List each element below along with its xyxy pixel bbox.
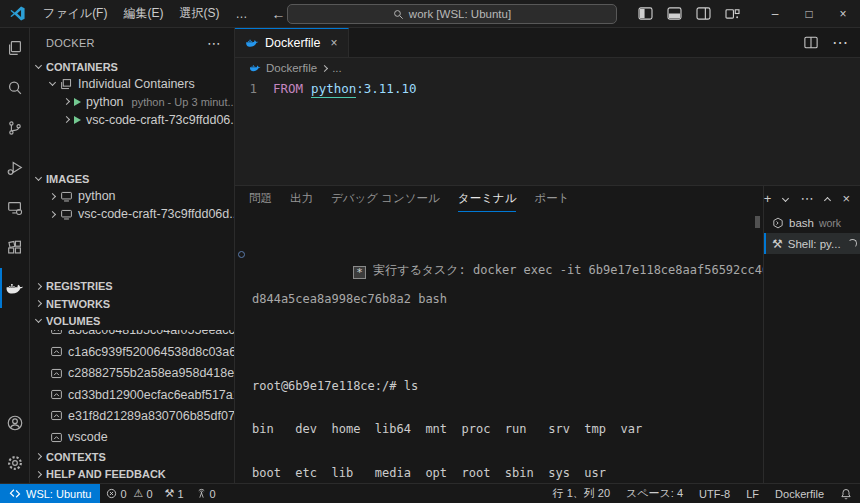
menu-edit[interactable]: 編集(E) (115, 0, 171, 27)
encoding[interactable]: UTF-8 (691, 484, 738, 503)
chevron-down-icon (35, 316, 42, 323)
task-badge: * (353, 266, 366, 279)
section-networks[interactable]: NETWORKS (30, 295, 234, 313)
section-volumes[interactable]: VOLUMES (30, 313, 234, 331)
notifications-bell-icon[interactable] (832, 484, 860, 503)
maximize-panel-icon[interactable] (824, 197, 831, 204)
tree-item-image-python[interactable]: python (30, 188, 234, 206)
account-icon[interactable] (0, 403, 29, 443)
section-help-feedback[interactable]: HELP AND FEEDBACK (30, 465, 234, 483)
title-bar: ファイル(F) 編集(E) 選択(S) … ← → work [WSL: Ubu… (0, 0, 860, 28)
tab-debug-console[interactable]: デバッグ コンソール (331, 186, 440, 212)
problems-status[interactable]: 0 ⚠ 0 (100, 484, 158, 503)
chevron-right-icon (35, 283, 42, 290)
breadcrumb-file[interactable]: Dockerfile (266, 62, 317, 74)
terminal-output[interactable]: *実行するタスク: docker exec -it 6b9e17e118ce8a… (235, 212, 763, 483)
tab-ports[interactable]: ポート (534, 186, 569, 212)
new-terminal-icon[interactable]: + (764, 191, 772, 206)
editor-tab-bar: Dockerfile × ⋯ (235, 28, 860, 58)
chevron-right-icon (35, 471, 42, 478)
section-images[interactable]: IMAGES (30, 170, 234, 188)
source-control-icon[interactable] (0, 108, 29, 148)
toggle-panel-icon[interactable] (667, 7, 682, 20)
close-tab-icon[interactable]: × (331, 36, 338, 50)
forwarded-ports-status[interactable]: 0 (190, 484, 222, 503)
bottom-panel: 問題 出力 デバッグ コンソール ターミナル ポート *実行するタスク: doc… (235, 185, 860, 483)
tab-problems[interactable]: 問題 (249, 186, 272, 212)
tree-item-volume[interactable]: a5cac06481b5c04af055eeacc0e... (30, 330, 234, 341)
search-icon (393, 9, 404, 20)
tree-item-volume[interactable]: e31f8d21289a830706b85df07c... (30, 405, 234, 426)
tree-item-image-vsc[interactable]: vsc-code-craft-73c9ffdd06d... (30, 205, 234, 223)
customize-layout-icon[interactable] (725, 7, 740, 20)
chevron-right-icon (35, 300, 42, 307)
run-debug-icon[interactable] (0, 148, 29, 188)
tree-item-volume[interactable]: c1a6c939f520064538d8c03a67... (30, 341, 234, 362)
chevron-right-icon (49, 210, 56, 217)
panel-more-actions-icon[interactable]: ⋯ (800, 191, 813, 206)
terminal-list-item-shell-task[interactable]: ⚒ Shell: py... (764, 233, 860, 254)
toggle-sidebar-icon[interactable] (638, 7, 653, 20)
tab-dockerfile[interactable]: Dockerfile × (235, 28, 349, 57)
extensions-icon[interactable] (0, 228, 29, 268)
remote-icon (9, 488, 21, 499)
eol-sequence[interactable]: LF (738, 484, 767, 503)
close-window-button[interactable]: × (826, 0, 860, 28)
menu-more[interactable]: … (227, 0, 255, 27)
command-center-search[interactable]: work [WSL: Ubuntu] (287, 4, 617, 24)
remote-indicator[interactable]: WSL: Ubuntu (0, 484, 100, 503)
terminal-list-item-bash[interactable]: bash work (764, 212, 860, 233)
running-container-icon (74, 116, 81, 124)
maximize-button[interactable]: □ (792, 0, 826, 28)
section-contexts[interactable]: CONTEXTS (30, 448, 234, 466)
section-containers[interactable]: CONTAINERS (30, 58, 234, 76)
docker-file-icon (245, 36, 259, 50)
volume-icon (50, 330, 63, 336)
tree-item-container-vsc[interactable]: vsc-code-craft-73c9ffdd06... (30, 111, 234, 129)
tree-item-container-python[interactable]: python python - Up 3 minut... (30, 93, 234, 111)
indentation[interactable]: スペース: 4 (618, 484, 691, 503)
menu-file[interactable]: ファイル(F) (35, 0, 115, 27)
volume-icon (50, 409, 63, 422)
tree-item-volume[interactable]: cd33bd12900ecfac6eabf517a10... (30, 384, 234, 405)
tab-output[interactable]: 出力 (290, 186, 313, 212)
search-text: work [WSL: Ubuntu] (409, 8, 511, 20)
back-icon[interactable]: ← (271, 6, 285, 22)
terminal-scrollbar[interactable] (755, 216, 760, 228)
minimize-button[interactable]: – (758, 0, 792, 28)
close-panel-icon[interactable]: × (842, 191, 850, 206)
vscode-window: ファイル(F) 編集(E) 選択(S) … ← → work [WSL: Ubu… (0, 0, 860, 503)
remote-explorer-icon[interactable] (0, 188, 29, 228)
running-container-icon (74, 98, 81, 106)
section-registries[interactable]: REGISTRIES (30, 277, 234, 295)
error-icon (106, 488, 117, 499)
panel-tab-bar: 問題 出力 デバッグ コンソール ターミナル ポート (235, 186, 763, 212)
toggle-secondary-sidebar-icon[interactable] (696, 7, 711, 20)
command-decoration-icon[interactable] (238, 251, 245, 258)
breadcrumb[interactable]: Dockerfile ... (235, 58, 860, 78)
tab-terminal[interactable]: ターミナル (458, 186, 517, 212)
sidebar-more-actions-icon[interactable]: ⋯ (207, 35, 222, 51)
sidebar-title: DOCKER (46, 37, 95, 49)
chevron-right-icon (63, 98, 70, 105)
cursor-position[interactable]: 行 1、列 20 (545, 484, 618, 503)
search-view-icon[interactable] (0, 68, 29, 108)
terminal-line: bin dev home lib64 mnt proc run srv tmp … (252, 422, 759, 437)
split-editor-icon[interactable] (804, 36, 818, 49)
menu-selection[interactable]: 選択(S) (171, 0, 227, 27)
code-image-link[interactable]: python (311, 80, 356, 98)
terminal-dropdown-icon[interactable] (782, 195, 789, 202)
language-mode[interactable]: Dockerfile (767, 484, 832, 503)
tree-item-volume[interactable]: c28882755b2a58ea958d418ed9... (30, 363, 234, 384)
docker-view-icon[interactable] (0, 268, 29, 308)
explorer-icon[interactable] (0, 28, 29, 68)
tree-item-volume-vscode[interactable]: vscode (30, 427, 234, 448)
docker-sidebar: DOCKER ⋯ CONTAINERS Individual Container… (30, 28, 235, 483)
tree-item-individual-containers[interactable]: Individual Containers (30, 76, 234, 94)
chevron-right-icon (63, 116, 70, 123)
editor-content[interactable]: 1 FROM python :3.11.10 (235, 78, 860, 185)
settings-gear-icon[interactable] (0, 443, 29, 483)
breadcrumb-symbol[interactable]: ... (332, 62, 342, 74)
running-tasks-status[interactable]: ⚒ 1 (159, 484, 190, 503)
editor-more-actions-icon[interactable]: ⋯ (832, 33, 848, 52)
